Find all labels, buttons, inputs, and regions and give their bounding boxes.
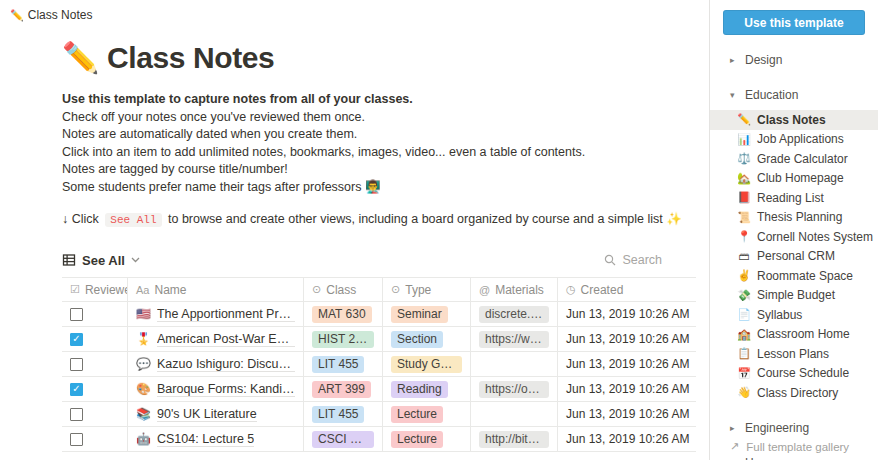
note-name-cell[interactable]: 🤖CS104: Lecture 5 <box>127 427 303 451</box>
sidebar-item-label: Syllabus <box>757 308 802 322</box>
column-header-reviewed[interactable]: ☑Reviewed <box>62 278 127 301</box>
sidebar-item-cornell-notes-system[interactable]: 📍Cornell Notes System <box>710 227 878 247</box>
gallery-link-label: Full template gallery <box>746 441 849 453</box>
sidebar-item-label: Job Applications <box>757 132 844 146</box>
reviewed-checkbox[interactable] <box>70 433 83 446</box>
sidebar-item-lesson-plans[interactable]: 📋Lesson Plans <box>710 344 878 364</box>
pencil-icon: ✏️ <box>737 113 751 126</box>
note-name-cell[interactable]: 📚90's UK Literature <box>127 402 303 426</box>
note-name-cell[interactable]: 🎨Baroque Forms: Kandinsky <box>127 377 303 401</box>
created-cell[interactable]: Jun 13, 2019 10:26 AM <box>557 402 696 426</box>
note-name-cell[interactable]: 🇺🇸The Apportionment Problem <box>127 302 303 326</box>
sidebar-item-label: Personal CRM <box>757 249 835 263</box>
column-header-materials[interactable]: @Materials <box>470 278 557 301</box>
type-tag[interactable]: Reading <box>391 381 448 398</box>
sidebar-item-club-homepage[interactable]: 🏡Club Homepage <box>710 169 878 189</box>
select-property-icon: ⊙ <box>312 283 321 296</box>
type-tag[interactable]: Seminar <box>391 306 448 323</box>
sidebar-item-label: Course Schedule <box>757 366 849 380</box>
table-view-icon <box>62 253 76 267</box>
created-cell[interactable]: Jun 13, 2019 10:26 AM <box>557 427 696 451</box>
type-cell[interactable]: Study Group <box>382 352 470 376</box>
class-tag[interactable]: CSCI 104 <box>312 431 374 448</box>
materials-cell[interactable]: discrete.pdf <box>470 302 557 326</box>
created-cell[interactable]: Jun 13, 2019 10:26 AM <box>557 302 696 326</box>
class-cell[interactable]: ART 399 <box>303 377 382 401</box>
sidebar-item-thesis-planning[interactable]: 📜Thesis Planning <box>710 208 878 228</box>
sidebar-item-simple-budget[interactable]: 💸Simple Budget <box>710 286 878 306</box>
class-tag[interactable]: HIST 230 <box>312 331 374 348</box>
sidebar-item-personal-crm[interactable]: 🗃Personal CRM <box>710 247 878 267</box>
class-cell[interactable]: LIT 455 <box>303 352 382 376</box>
reviewed-checkbox[interactable] <box>70 408 83 421</box>
type-tag[interactable]: Lecture <box>391 431 443 448</box>
created-cell[interactable]: Jun 13, 2019 10:26 AM <box>557 327 696 351</box>
class-tag[interactable]: ART 399 <box>312 381 371 398</box>
breadcrumb[interactable]: ✏️Class Notes <box>10 8 92 22</box>
note-name-cell[interactable]: 🎖️American Post-War Economics <box>127 327 303 351</box>
full-template-gallery-link[interactable]: ↗ Full template gallery <box>730 440 849 453</box>
column-header-type[interactable]: ⊙Type <box>382 278 470 301</box>
reviewed-checkbox[interactable] <box>70 358 83 371</box>
clipboard-icon: 📋 <box>737 347 751 360</box>
type-tag[interactable]: Lecture <box>391 406 443 423</box>
class-tag[interactable]: LIT 455 <box>312 406 364 423</box>
materials-link[interactable]: discrete.pdf <box>479 306 549 323</box>
materials-link[interactable]: https://www.th... <box>479 331 549 348</box>
note-name-cell[interactable]: 💬Kazuo Ishiguro: Discussion <box>127 352 303 376</box>
house-icon: 🏡 <box>737 172 751 185</box>
type-cell[interactable]: Reading <box>382 377 470 401</box>
table-row: 🎨Baroque Forms: Kandinsky ART 399 Readin… <box>62 377 696 402</box>
class-tag[interactable]: MAT 630 <box>312 306 372 323</box>
sidebar-item-course-schedule[interactable]: 📅Course Schedule <box>710 364 878 384</box>
sidebar-item-classroom-home[interactable]: 🏫Classroom Home <box>710 325 878 345</box>
search-input[interactable]: Search <box>604 253 696 267</box>
sidebar-section-education[interactable]: ▾ Education <box>710 85 878 105</box>
class-tag[interactable]: LIT 455 <box>312 356 364 373</box>
sidebar-item-class-notes[interactable]: ✏️Class Notes <box>710 110 878 130</box>
column-header-class[interactable]: ⊙Class <box>303 278 382 301</box>
created-cell[interactable]: Jun 13, 2019 10:26 AM <box>557 377 696 401</box>
type-cell[interactable]: Seminar <box>382 302 470 326</box>
use-this-template-button[interactable]: Use this template <box>723 10 865 35</box>
view-selector[interactable]: See All <box>62 253 140 268</box>
materials-cell[interactable]: http://bits.usc... <box>470 427 557 451</box>
materials-cell[interactable] <box>470 402 557 426</box>
pencil-icon: ✏️ <box>10 9 24 21</box>
type-tag[interactable]: Study Group <box>391 356 462 373</box>
created-cell[interactable]: Jun 13, 2019 10:26 AM <box>557 352 696 376</box>
type-cell[interactable]: Section <box>382 327 470 351</box>
down-arrow-icon: ↓ <box>62 212 68 226</box>
sidebar-item-reading-list[interactable]: 📕Reading List <box>710 188 878 208</box>
class-cell[interactable]: MAT 630 <box>303 302 382 326</box>
materials-link[interactable]: http://bits.usc... <box>479 431 549 448</box>
materials-cell[interactable]: https://www.th... <box>470 327 557 351</box>
class-cell[interactable]: HIST 230 <box>303 327 382 351</box>
sidebar-section-design[interactable]: ▸ Design <box>710 50 878 70</box>
sidebar-item-class-directory[interactable]: 👋Class Directory <box>710 383 878 403</box>
sidebar-item-grade-calculator[interactable]: ⚖️Grade Calculator <box>710 149 878 169</box>
sidebar-section-human-resources[interactable]: ▸ Human resources <box>710 453 878 460</box>
reviewed-checkbox[interactable] <box>70 308 83 321</box>
column-header-created[interactable]: ◷Created <box>557 278 696 301</box>
materials-cell[interactable] <box>470 352 557 376</box>
type-cell[interactable]: Lecture <box>382 402 470 426</box>
class-cell[interactable]: CSCI 104 <box>303 427 382 451</box>
reviewed-checkbox[interactable] <box>70 383 83 396</box>
type-cell[interactable]: Lecture <box>382 427 470 451</box>
sidebar-item-job-applications[interactable]: 📊Job Applications <box>710 130 878 150</box>
class-cell[interactable]: LIT 455 <box>303 402 382 426</box>
sidebar-item-roommate-space[interactable]: ✌️Roommate Space <box>710 266 878 286</box>
speech-balloon-icon: 💬 <box>136 357 151 371</box>
materials-cell[interactable]: https://open.s... <box>470 377 557 401</box>
intro-line: Check off your notes once you've reviewe… <box>62 109 696 127</box>
search-placeholder: Search <box>622 253 662 267</box>
column-header-name[interactable]: AaName <box>127 278 303 301</box>
intro-line: Notes are automatically dated when you c… <box>62 126 696 144</box>
materials-link[interactable]: https://open.s... <box>479 381 549 398</box>
table-row: 📚90's UK Literature LIT 455 Lecture Jun … <box>62 402 696 427</box>
sidebar-item-syllabus[interactable]: 📄Syllabus <box>710 305 878 325</box>
reviewed-checkbox[interactable] <box>70 333 83 346</box>
sidebar-section-engineering[interactable]: ▸ Engineering <box>710 418 878 438</box>
type-tag[interactable]: Section <box>391 331 443 348</box>
